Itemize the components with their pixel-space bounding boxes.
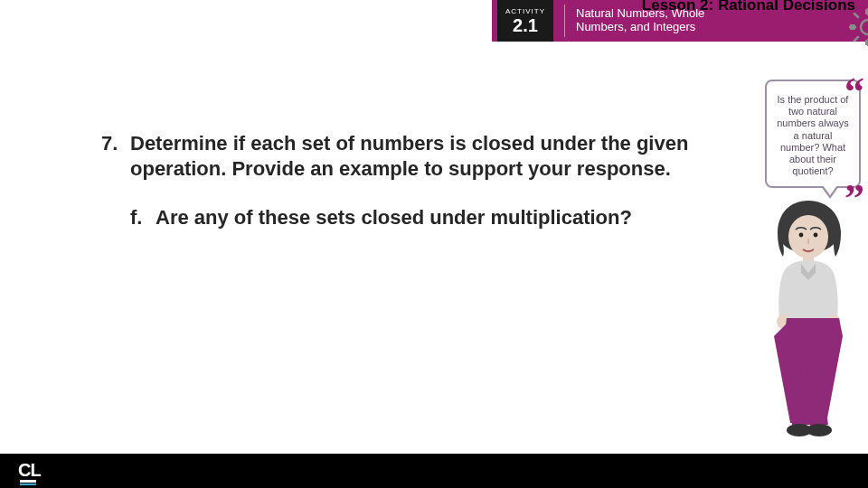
svg-point-9 <box>807 424 832 436</box>
svg-point-3 <box>814 233 818 238</box>
activity-label: ACTIVITY <box>505 7 545 15</box>
character-illustration <box>754 193 863 446</box>
speech-bubble: “ Is the product of two natural numbers … <box>765 80 861 188</box>
svg-point-0 <box>861 20 868 34</box>
sub-marker: f. <box>130 206 156 230</box>
divider <box>564 5 565 38</box>
svg-rect-7 <box>787 318 830 336</box>
question-marker: 7. <box>101 131 130 181</box>
svg-point-2 <box>799 233 804 238</box>
activity-number: 2.1 <box>513 15 538 35</box>
sub-text: Are any of these sets closed under multi… <box>156 206 632 230</box>
logo-underline-accent <box>20 483 36 485</box>
question-main: 7. Determine if each set of numbers is c… <box>101 131 723 181</box>
bubble-text: Is the product of two natural numbers al… <box>777 94 848 176</box>
logo-underline <box>20 480 36 483</box>
question-sub: f. Are any of these sets closed under mu… <box>130 206 723 230</box>
lesson-label: Lesson 2: Rational Decisions <box>642 0 855 14</box>
footer-bar: CL <box>0 454 868 488</box>
brand-logo: CL <box>18 460 41 481</box>
content-area: 7. Determine if each set of numbers is c… <box>101 131 723 230</box>
activity-number-box: ACTIVITY 2.1 <box>497 0 553 42</box>
slide: ACTIVITY 2.1 Natural Numbers, Whole Numb… <box>0 0 868 488</box>
question-text: Determine if each set of numbers is clos… <box>130 131 723 181</box>
